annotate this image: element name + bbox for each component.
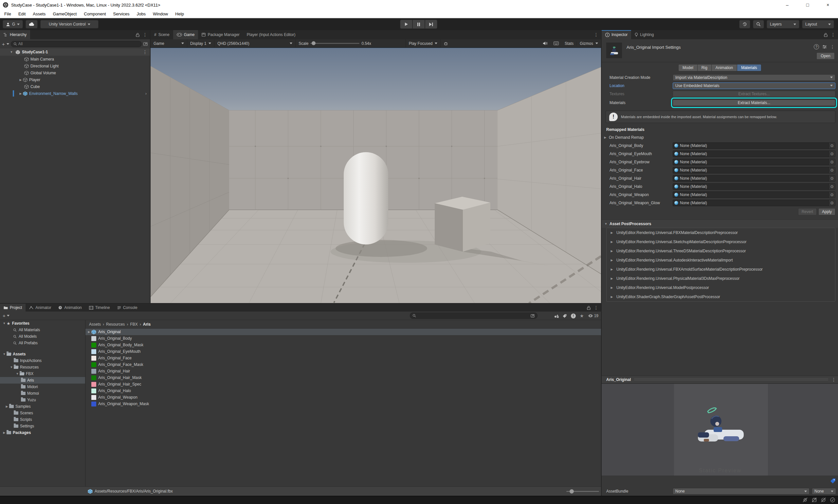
preview-drag-handle[interactable] [634,378,828,381]
version-control-button[interactable]: Unity Version Control [40,20,99,29]
tree-settings[interactable]: Settings [0,423,85,429]
shortcut-keyboard-button[interactable] [551,41,562,45]
lock-icon[interactable] [136,33,140,37]
tab-package-manager[interactable]: Package Manager [198,30,243,39]
file-row[interactable]: Aris_Original_Body_Mask [86,342,601,348]
scene-header-row[interactable]: ▼ StudyCase1-1 ⋮ [0,49,150,56]
breadcrumb-assets[interactable]: Assets [89,322,101,327]
game-mode-dropdown[interactable]: Game [150,39,187,48]
tree-inputactions[interactable]: InputActions [0,357,85,364]
tab-animator[interactable]: Animator [25,304,55,311]
tab-inspector[interactable]: Inspector [602,30,631,39]
menu-edit[interactable]: Edit [15,10,29,18]
object-picker-icon[interactable]: ⊙ [828,192,835,198]
project-search[interactable] [410,312,537,319]
menu-assets[interactable]: Assets [29,10,49,18]
tree-midori[interactable]: Midori [0,383,85,390]
presets-icon[interactable] [822,44,827,49]
hierarchy-item-player[interactable]: ▶ Player [0,76,150,83]
material-object-field[interactable]: None (Material)⊙ [673,150,835,157]
hierarchy-item-environment-narrow-walls[interactable]: ▶ Environment_Narrow_Walls › [0,90,150,97]
tab-animation[interactable]: Animation [712,64,737,71]
tree-momoi[interactable]: Momoi [0,390,85,397]
hierarchy-item-cube[interactable]: Cube [0,83,150,90]
file-row[interactable]: Aris_Original_EyeMouth [86,348,601,355]
preview-header[interactable]: Aris_Original ⋮ [602,376,838,383]
open-button[interactable]: Open [816,52,835,59]
assetbundle-variant-dropdown[interactable]: None [812,488,836,494]
file-row[interactable]: Aris_Original_Weapon_Mask [86,400,601,407]
postprocessor-row[interactable]: ▶UnityEditor.Rendering.Universal.Physica… [607,274,835,283]
layout-dropdown[interactable]: Layout [802,20,834,29]
material-object-field[interactable]: None (Material)⊙ [673,200,835,206]
tree-aris[interactable]: Aris [0,377,85,383]
create-add-icon[interactable]: + [3,313,5,318]
menu-gameobject[interactable]: GameObject [49,10,80,18]
tree-packages[interactable]: ▶Packages [0,429,85,436]
on-demand-remap-row[interactable]: ▶ On Demand Remap [602,133,838,141]
postprocessor-row[interactable]: ▶UnityEditor.Rendering.Universal.Autodes… [607,256,835,265]
tab-model[interactable]: Model [678,64,698,71]
inspector-menu-icon[interactable]: ⋮ [831,32,835,37]
object-picker-icon[interactable]: ⊙ [828,143,835,148]
play-button[interactable] [400,20,412,29]
create-add-icon[interactable]: + [2,41,5,47]
tab-materials[interactable]: Materials [737,64,762,71]
help-icon[interactable]: ? [814,44,819,50]
tree-all-models[interactable]: All Models [0,333,85,340]
frame-debugger-button[interactable] [441,39,451,48]
menu-help[interactable]: Help [172,10,188,18]
thumbnail-size-slider[interactable] [566,491,599,492]
asset-postprocessors-header[interactable]: ▼ Asset PostProcessors [602,219,838,228]
menu-window[interactable]: Window [149,10,172,18]
file-row-aris-original[interactable]: ▶ Aris_Original [86,328,601,335]
tab-project[interactable]: Project [0,304,25,311]
undo-history-button[interactable] [739,20,750,29]
tree-resources[interactable]: ▼Resources [0,364,85,371]
object-picker-icon[interactable]: ⊙ [828,176,835,181]
chevron-down-icon[interactable] [6,43,9,45]
postprocessor-row[interactable]: ▶UnityEditor.Rendering.Universal.FBXMate… [607,228,835,237]
cloud-button[interactable] [25,20,38,29]
chevron-down-icon[interactable] [7,315,10,317]
game-viewport[interactable] [150,48,601,303]
extract-materials-button[interactable]: Extract Materials... [673,100,835,106]
hierarchy-item-global-volume[interactable]: Global Volume [0,69,150,76]
gizmos-dropdown[interactable]: Gizmos [576,41,601,46]
project-search-input[interactable] [417,313,529,318]
tab-game[interactable]: Game [173,30,198,39]
material-creation-mode-dropdown[interactable]: Import via MaterialDescription [673,74,835,81]
material-object-field[interactable]: None (Material)⊙ [673,167,835,174]
notifications-disabled-icon[interactable] [821,497,826,503]
search-by-type-icon[interactable] [554,314,559,318]
tab-console[interactable]: Console [113,304,141,311]
object-picker-icon[interactable]: ⊙ [828,167,835,173]
postprocessor-row[interactable]: ▶UnityEditor.Rendering.Universal.FBXArno… [607,265,835,274]
tab-timeline[interactable]: Timeline [86,304,113,311]
hierarchy-item-main-camera[interactable]: Main Camera [0,56,150,62]
breadcrumb-aris[interactable]: Aris [143,322,150,327]
play-focused-dropdown[interactable]: Play Focused [406,39,441,48]
foldout-open-icon[interactable]: ▼ [9,50,14,54]
project-menu-icon[interactable]: ⋮ [594,305,599,310]
material-object-field[interactable]: None (Material)⊙ [673,183,835,190]
tree-all-materials[interactable]: All Materials [0,327,85,333]
tree-fbx[interactable]: ▼FBX [0,371,85,377]
object-picker-icon[interactable]: ⊙ [828,151,835,157]
tree-samples[interactable]: ▶Samples [0,403,85,410]
material-object-field[interactable]: None (Material)⊙ [673,142,835,149]
open-new-window-icon[interactable] [531,314,535,318]
tree-yuzu[interactable]: Yuzu [0,397,85,403]
display-target-dropdown[interactable]: Display 1 [187,39,214,48]
hidden-packages-icon[interactable]: ! [571,313,576,319]
tab-animation[interactable]: Animation [55,304,85,311]
postprocessor-row[interactable]: ▶UnityEditor.Rendering.Universal.Sketchu… [607,237,835,247]
debugger-disabled-icon[interactable] [802,497,808,503]
file-row[interactable]: Aris_Original_Body [86,335,601,342]
hierarchy-menu-icon[interactable]: ⋮ [143,32,147,37]
postprocessor-row[interactable]: ▶UnityEditor.ShaderGraph.ShaderGraphAsse… [607,292,835,302]
lock-icon[interactable] [824,33,827,37]
tab-lighting[interactable]: Lighting [631,30,657,39]
postprocessor-row[interactable]: ▶UnityEditor.Rendering.Universal.ModelPo… [607,283,835,292]
maximize-button[interactable]: □ [798,0,818,10]
